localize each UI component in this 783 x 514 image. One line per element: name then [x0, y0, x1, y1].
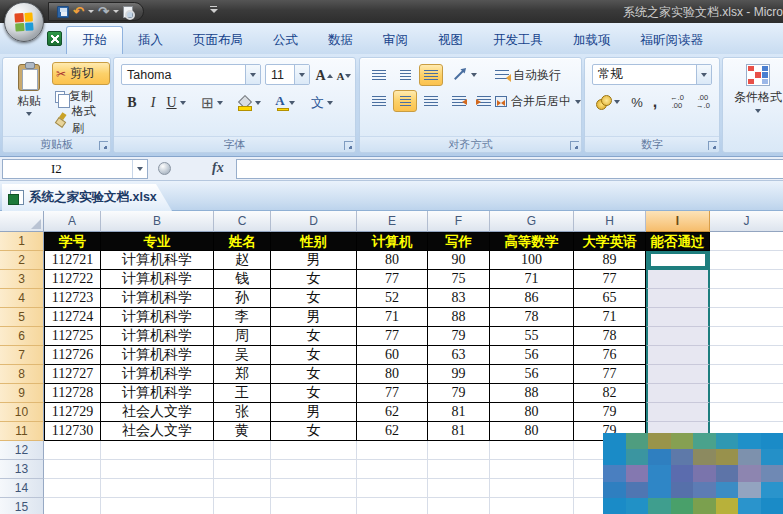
- fx-icon[interactable]: fx: [212, 160, 224, 176]
- cell[interactable]: 78: [490, 308, 574, 327]
- cell[interactable]: [44, 498, 101, 514]
- cell[interactable]: 62: [357, 403, 428, 422]
- tab-insert[interactable]: 插入: [123, 26, 178, 54]
- selected-range-cell[interactable]: [646, 384, 710, 403]
- underline-button[interactable]: U: [163, 91, 189, 114]
- cell[interactable]: [428, 441, 490, 460]
- cell[interactable]: 孙: [214, 289, 271, 308]
- paste-dropdown-icon[interactable]: [26, 112, 32, 116]
- italic-button[interactable]: I: [144, 91, 162, 114]
- cell[interactable]: 90: [428, 251, 490, 270]
- col-header-i-selected[interactable]: I: [646, 211, 710, 232]
- cell[interactable]: 计算机科学: [101, 251, 214, 270]
- cell[interactable]: 88: [490, 384, 574, 403]
- cell[interactable]: 计算机科学: [101, 327, 214, 346]
- cut-button[interactable]: ✂ 剪切: [52, 62, 110, 85]
- cell[interactable]: 计算机科学: [101, 289, 214, 308]
- tab-developer[interactable]: 开发工具: [478, 26, 558, 54]
- row-header[interactable]: 15: [0, 498, 44, 514]
- format-painter-button[interactable]: 格式刷: [52, 108, 110, 131]
- cell[interactable]: [710, 232, 783, 251]
- cell[interactable]: 112730: [44, 422, 101, 441]
- tab-add-ins[interactable]: 加载项: [558, 26, 626, 54]
- save-icon[interactable]: [57, 6, 69, 18]
- cell[interactable]: 黄: [214, 422, 271, 441]
- chevron-down-icon[interactable]: [137, 167, 143, 171]
- cell[interactable]: 社会人文学: [101, 422, 214, 441]
- fill-color-button[interactable]: [233, 91, 265, 114]
- clipboard-dialog-launcher[interactable]: [99, 141, 108, 150]
- cell[interactable]: [357, 498, 428, 514]
- cell[interactable]: [271, 479, 357, 498]
- cell[interactable]: 76: [574, 346, 646, 365]
- cell[interactable]: 吴: [214, 346, 271, 365]
- cell[interactable]: 71: [357, 308, 428, 327]
- name-box[interactable]: I2: [2, 159, 148, 179]
- cell[interactable]: 83: [428, 289, 490, 308]
- cell[interactable]: 男: [271, 403, 357, 422]
- cell[interactable]: 计算机科学: [101, 365, 214, 384]
- selected-range-cell[interactable]: [646, 308, 710, 327]
- office-button[interactable]: [4, 2, 44, 42]
- cell[interactable]: 社会人文学: [101, 403, 214, 422]
- alignment-dialog-launcher[interactable]: [570, 141, 579, 150]
- tab-view[interactable]: 视图: [423, 26, 478, 54]
- cell[interactable]: [428, 498, 490, 514]
- tab-review[interactable]: 审阅: [368, 26, 423, 54]
- cell[interactable]: 77: [357, 384, 428, 403]
- font-name-combo[interactable]: Tahoma: [121, 64, 261, 85]
- decrease-indent-button[interactable]: [447, 90, 471, 112]
- cell[interactable]: [490, 460, 574, 479]
- cell[interactable]: 62: [357, 422, 428, 441]
- cell[interactable]: 女: [271, 346, 357, 365]
- cell[interactable]: [101, 479, 214, 498]
- align-right-button[interactable]: [419, 90, 443, 112]
- cell[interactable]: [490, 479, 574, 498]
- document-tab[interactable]: 系统之家实验文档.xlsx: [2, 184, 172, 211]
- cell[interactable]: 89: [574, 251, 646, 270]
- cell[interactable]: [710, 346, 783, 365]
- cell[interactable]: [44, 460, 101, 479]
- row-header[interactable]: 11: [0, 422, 44, 441]
- cell[interactable]: [428, 479, 490, 498]
- chevron-down-icon[interactable]: [289, 101, 295, 105]
- customize-qat-chevron-icon[interactable]: [210, 6, 218, 14]
- redo-dropdown-icon[interactable]: [113, 10, 119, 13]
- header-cell[interactable]: 性别: [271, 232, 357, 251]
- cell[interactable]: 81: [428, 403, 490, 422]
- phonetic-guide-button[interactable]: 文: [306, 91, 338, 114]
- cell[interactable]: 112728: [44, 384, 101, 403]
- cell[interactable]: 计算机科学: [101, 270, 214, 289]
- cell[interactable]: 112726: [44, 346, 101, 365]
- cell[interactable]: 80: [490, 422, 574, 441]
- cell[interactable]: [710, 289, 783, 308]
- font-color-button[interactable]: A: [269, 91, 301, 114]
- selected-range-cell[interactable]: [646, 270, 710, 289]
- cell[interactable]: [44, 479, 101, 498]
- increase-decimal-button[interactable]: ←.0 .00: [664, 91, 690, 113]
- row-header[interactable]: 12: [0, 441, 44, 460]
- top-align-button[interactable]: [367, 64, 391, 86]
- accounting-format-button[interactable]: [592, 91, 624, 113]
- cell[interactable]: 112724: [44, 308, 101, 327]
- cell[interactable]: [710, 251, 783, 270]
- chevron-down-icon[interactable]: [575, 100, 581, 104]
- row-header[interactable]: 14: [0, 479, 44, 498]
- cell[interactable]: 77: [357, 327, 428, 346]
- selected-range-cell[interactable]: [646, 365, 710, 384]
- cell[interactable]: 李: [214, 308, 271, 327]
- cell[interactable]: 女: [271, 289, 357, 308]
- cell[interactable]: [101, 460, 214, 479]
- cell[interactable]: [710, 403, 783, 422]
- redo-icon[interactable]: ↷: [98, 5, 109, 18]
- row-header[interactable]: 13: [0, 460, 44, 479]
- middle-align-button[interactable]: [393, 64, 417, 86]
- tab-foxit-reader[interactable]: 福昕阅读器: [626, 26, 719, 54]
- cell[interactable]: [357, 479, 428, 498]
- header-cell[interactable]: 写作: [428, 232, 490, 251]
- cell[interactable]: 计算机科学: [101, 308, 214, 327]
- cell[interactable]: 112723: [44, 289, 101, 308]
- cell[interactable]: [214, 441, 271, 460]
- chevron-down-icon[interactable]: [327, 101, 333, 105]
- cell[interactable]: 99: [428, 365, 490, 384]
